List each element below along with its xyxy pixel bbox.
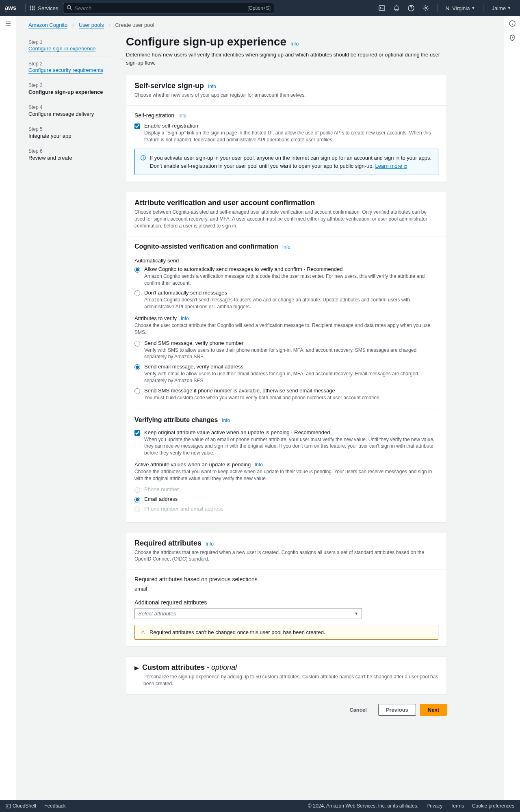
info-icon: ⓘ [141, 154, 146, 170]
section-title: Cognito-assisted verification and confir… [134, 243, 278, 250]
caret-down-icon: ▼ [471, 6, 475, 10]
keep-original-checkbox[interactable] [134, 430, 140, 436]
search-input[interactable] [74, 5, 247, 11]
panel-title: Required attributes [134, 539, 202, 547]
radio-active-phone [134, 487, 140, 493]
radio-active-both [134, 507, 140, 512]
page-footer: CloudShell Feedback © 2024, Amazon Web S… [0, 800, 520, 812]
info-link[interactable]: Info [282, 244, 290, 250]
info-link[interactable]: Info [222, 418, 230, 423]
section-title: Verifying attribute changes [134, 416, 218, 423]
svg-rect-0 [30, 6, 31, 7]
svg-rect-6 [30, 9, 31, 11]
prev-selections-value: email [134, 586, 438, 592]
region-selector[interactable]: N. Virginia▼ [442, 5, 479, 11]
cloudshell-link[interactable]: CloudShell [6, 803, 36, 809]
panel-title: Self-service sign-up [134, 82, 204, 90]
step-number: Step 2 [28, 61, 110, 67]
help-panel-icon[interactable] [504, 20, 520, 28]
info-link[interactable]: Info [178, 113, 186, 119]
cancel-button[interactable]: Cancel [342, 704, 374, 716]
radio-label: Allow Cognito to automatically send mess… [144, 266, 438, 272]
info-link[interactable]: Info [206, 541, 214, 547]
radio-description: You must build custom code when you want… [144, 394, 381, 401]
select-attributes-dropdown[interactable]: Select attributes ▼ [134, 608, 362, 619]
search-shortcut: [Option+S] [247, 5, 271, 11]
info-link[interactable]: Info [255, 462, 263, 468]
panel-custom-attributes: ▶ Custom attributes - optional Personali… [126, 656, 447, 694]
cookie-preferences-link[interactable]: Cookie preferences [472, 803, 514, 809]
services-menu[interactable]: Services [30, 5, 58, 11]
next-button[interactable]: Next [420, 704, 447, 716]
checkbox-label: Keep original attribute value active whe… [144, 429, 438, 435]
radio-auto-send-no[interactable] [134, 290, 140, 296]
radio-verify-sms-or-email[interactable] [134, 388, 140, 394]
learn-more-link[interactable]: Learn more ⧉ [375, 163, 407, 169]
chevron-right-icon: › [72, 22, 74, 28]
enable-self-registration-checkbox[interactable] [134, 123, 140, 129]
panel-description: Choose the attributes that are required … [134, 549, 438, 563]
svg-rect-20 [6, 804, 11, 808]
custom-attributes-toggle[interactable]: ▶ Custom attributes - optional [134, 663, 438, 672]
step-integrate: Integrate your app [28, 133, 110, 139]
info-link[interactable]: Info [290, 41, 299, 47]
panel-description: Personalize the sign-up experience by ad… [143, 673, 438, 687]
radio-auto-send-yes[interactable] [134, 267, 140, 273]
previous-button[interactable]: Previous [378, 704, 416, 716]
radio-label: Send SMS message, verify phone number [144, 340, 438, 346]
breadcrumb-user-pools[interactable]: User pools [79, 22, 104, 28]
step-number: Step 1 [28, 39, 110, 45]
step-number: Step 4 [28, 104, 110, 110]
info-link[interactable]: Info [181, 316, 189, 321]
right-panel [504, 16, 520, 800]
panel-description: Choose between Cognito-assisted and self… [134, 209, 438, 229]
panel-title: Attribute verification and user account … [134, 199, 315, 207]
radio-verify-sms[interactable] [134, 341, 140, 346]
svg-rect-3 [30, 7, 31, 9]
wizard-steps: Step 1 Configure sign-in experience Step… [28, 35, 110, 716]
terms-link[interactable]: Terms [451, 803, 464, 809]
radio-active-email[interactable] [134, 497, 140, 502]
feedback-link[interactable]: Feedback [44, 803, 66, 809]
prev-selections-title: Required attributes based on previous se… [134, 576, 438, 582]
svg-line-10 [70, 9, 72, 10]
search-box[interactable]: [Option+S] [63, 3, 274, 13]
step-link-signin[interactable]: Configure sign-in experience [28, 45, 95, 52]
panel-attribute-verification: Attribute verification and user account … [126, 192, 447, 522]
radio-label: Don't automatically send messages [144, 290, 438, 296]
aws-logo[interactable]: aws⌣ [5, 4, 16, 13]
radio-label: Send email message, verify email address [144, 364, 438, 370]
chevron-right-icon: › [108, 22, 110, 28]
cloudshell-icon[interactable] [375, 0, 389, 16]
radio-description: Amazon Cognito sends a verification mess… [144, 273, 438, 287]
breadcrumb-cognito[interactable]: Amazon Cognito [28, 22, 67, 28]
privacy-link[interactable]: Privacy [427, 803, 442, 809]
radio-label: Send SMS message if phone number is avai… [144, 388, 381, 394]
triangle-right-icon: ▶ [134, 665, 139, 671]
radio-verify-email[interactable] [134, 364, 140, 370]
breadcrumb-current: Create user pool [115, 22, 154, 28]
auto-send-label: Automatically send [134, 258, 438, 264]
user-menu[interactable]: Jaime▼ [488, 5, 515, 11]
svg-rect-11 [379, 6, 385, 11]
left-panel-toggle[interactable] [0, 16, 16, 800]
svg-rect-2 [34, 6, 35, 7]
info-link[interactable]: Info [208, 84, 216, 89]
caret-down-icon: ▼ [507, 6, 511, 10]
radio-description: Verify with SMS to allow users to use th… [144, 347, 438, 361]
clock-icon[interactable] [504, 35, 520, 42]
svg-point-9 [67, 6, 71, 9]
self-registration-title: Self-registration [134, 112, 174, 119]
top-nav: aws⌣ Services [Option+S] N. Virginia▼ Ja… [0, 0, 520, 16]
help-icon[interactable] [404, 0, 418, 16]
step-message-delivery: Configure message delivery [28, 111, 110, 117]
attrs-to-verify-title: Attributes to verify Info [134, 315, 438, 321]
svg-rect-5 [34, 7, 35, 9]
step-link-security[interactable]: Configure security requirements [28, 67, 103, 74]
notifications-icon[interactable] [389, 0, 404, 16]
active-attrs-title: Active attribute values when an update i… [134, 461, 438, 468]
step-number: Step 5 [28, 126, 110, 132]
settings-icon[interactable] [418, 0, 433, 16]
search-icon [67, 5, 72, 11]
wizard-footer-buttons: Cancel Previous Next [126, 704, 447, 716]
